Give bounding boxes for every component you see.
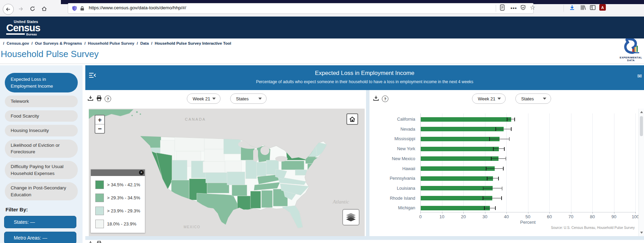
map-week-dropdown[interactable]: Week 21: [187, 93, 221, 104]
x-tick-label: 70: [564, 214, 578, 219]
legend-label: > 23.9% - 29.3%: [107, 208, 140, 213]
home-button[interactable]: [41, 5, 47, 12]
bar-california[interactable]: [421, 117, 511, 122]
chart-week-dropdown[interactable]: Week 21: [472, 93, 506, 104]
sidebars-icon[interactable]: [590, 4, 596, 11]
census-logo[interactable]: United States Census Bureau: [6, 20, 44, 36]
legend-swatch: [95, 220, 104, 228]
chevron-down-icon: [258, 98, 262, 100]
chart-source: Source: U.S. Census Bureau, Household Pu…: [370, 226, 635, 230]
filter-button-states[interactable]: States: —: [4, 216, 76, 228]
sidebar-item-likelihood-of-eviction-or-foreclosure[interactable]: Likelihood of Eviction or Foreclosure: [5, 140, 78, 158]
x-tick-label: 90: [607, 214, 621, 219]
breadcrumb-link[interactable]: Our Surveys & Programs: [35, 41, 82, 45]
vertical-scrollbar[interactable]: [638, 109, 644, 236]
bar-category-label: New Mexico: [370, 156, 415, 162]
chart-help-icon[interactable]: ?: [382, 96, 388, 102]
print-icon[interactable]: [96, 241, 102, 243]
breadcrumb-separator: /: [84, 41, 85, 45]
x-axis-line: [420, 212, 635, 212]
chart-gridline: [549, 113, 550, 212]
breadcrumb-current: Household Pulse Survey Interactive Tool: [155, 41, 231, 45]
back-button[interactable]: [3, 4, 14, 15]
map-home-button[interactable]: [346, 113, 358, 125]
x-tick-label: 20: [457, 214, 470, 219]
map-print-icon[interactable]: [96, 95, 102, 101]
chart-download-icon[interactable]: [373, 95, 379, 101]
map-legend-header[interactable]: ×: [91, 169, 145, 176]
chart-gridline: [592, 113, 593, 212]
forward-button[interactable]: [17, 5, 24, 12]
email-icon[interactable]: ✉: [637, 73, 642, 79]
bar-category-label: Rhode Island: [370, 196, 415, 201]
map-zoom-control: + −: [95, 115, 105, 134]
bar-rhode-island[interactable]: [421, 196, 492, 200]
error-bar: [489, 139, 509, 139]
breadcrumb: /Census.gov/Our Surveys & Programs/House…: [1, 41, 231, 45]
next-panel-toolbar: [85, 240, 292, 243]
reader-view-icon[interactable]: [500, 4, 505, 11]
bar-new-york[interactable]: [421, 147, 499, 151]
zoom-out-button[interactable]: −: [95, 124, 104, 133]
sidebar-item-telework[interactable]: Telework: [5, 96, 78, 107]
bar-mississippi[interactable]: [421, 137, 500, 141]
chart-geo-dropdown[interactable]: States: [515, 93, 551, 104]
close-icon[interactable]: ×: [139, 170, 144, 175]
breadcrumb-link[interactable]: Household Pulse Survey: [88, 41, 135, 45]
more-options-icon[interactable]: •••: [511, 5, 517, 11]
layers-icon: [346, 213, 356, 221]
map-help-icon[interactable]: ?: [105, 96, 111, 102]
sidebar-item-difficulty-paying-for-usual-household-expenses[interactable]: Difficulty Paying for Usual Household Ex…: [5, 161, 78, 179]
sidebar-item-food-scarcity[interactable]: Food Scarcity: [5, 110, 78, 122]
legend-item: 18.0% - 23.9%: [95, 220, 145, 228]
map-label-atlantic: Atlantic: [332, 199, 349, 205]
filter-button-metro-areas[interactable]: Metro Areas: —: [4, 232, 76, 243]
page-actions-shield-icon[interactable]: [520, 4, 526, 11]
bar-michigan[interactable]: [421, 206, 490, 210]
bar-nevada[interactable]: [421, 127, 504, 131]
sidebar-item-expected-loss-in-employment-income[interactable]: Expected Loss in Employment Income: [5, 73, 78, 92]
download-icon[interactable]: [87, 241, 94, 243]
filter-by-heading: Filter By:: [6, 207, 78, 212]
breadcrumb-link[interactable]: Data: [140, 41, 149, 45]
map-download-icon[interactable]: [87, 95, 94, 101]
error-bar: [491, 158, 506, 159]
chevron-down-icon: [497, 98, 501, 100]
scroll-up-icon[interactable]: [640, 111, 643, 113]
map-label-canada: CANADA: [185, 117, 206, 121]
sidebar: Expected Loss in Employment IncomeTelewo…: [0, 65, 83, 243]
lock-icon: [80, 6, 85, 11]
census-header: United States Census Bureau: [0, 16, 644, 38]
bar-pennsylvania[interactable]: [421, 176, 493, 181]
legend-item: > 29.3% - 34.5%: [95, 194, 145, 202]
bar-louisiana[interactable]: [421, 186, 493, 190]
reload-button[interactable]: [29, 5, 36, 12]
downloads-icon[interactable]: [569, 4, 575, 11]
sidebar-item-change-in-post-secondary-education[interactable]: Change in Post-Secondary Education: [5, 182, 78, 200]
chevron-down-icon: [543, 98, 546, 100]
tracking-protection-shield-icon[interactable]: [72, 5, 77, 11]
census-logo-bar: [6, 33, 25, 35]
zoom-in-button[interactable]: +: [95, 115, 104, 124]
library-icon[interactable]: [580, 4, 586, 11]
map-label-mexico: MEXICO: [184, 225, 200, 229]
scrollbar-thumb[interactable]: [640, 116, 643, 136]
error-bar: [493, 148, 505, 149]
adobe-acrobat-icon[interactable]: A: [599, 4, 606, 11]
bookmark-star-icon[interactable]: ☆: [530, 4, 535, 11]
page-title: Household Pulse Survey: [1, 49, 99, 59]
bar-new-mexico[interactable]: [421, 156, 498, 161]
error-bar: [487, 178, 498, 178]
toolbar-separator: [564, 5, 564, 12]
map-geo-dropdown[interactable]: States: [230, 93, 267, 104]
urlbar-separator: [496, 5, 496, 12]
map-layers-button[interactable]: [342, 209, 359, 225]
bar-hawaii[interactable]: [421, 166, 495, 171]
legend-item: > 23.9% - 29.3%: [95, 207, 145, 215]
choropleth-map[interactable]: CANADA MEXICO Atlantic + − × > 34.5% - 4…: [89, 109, 365, 236]
x-tick-label: 30: [478, 214, 492, 219]
scroll-down-icon[interactable]: [640, 232, 643, 234]
sidebar-item-housing-insecurity[interactable]: Housing Insecurity: [5, 125, 78, 136]
url-text[interactable]: https://www.census.gov/data-tools/demo/h…: [89, 5, 186, 10]
breadcrumb-link[interactable]: Census.gov: [7, 41, 29, 45]
